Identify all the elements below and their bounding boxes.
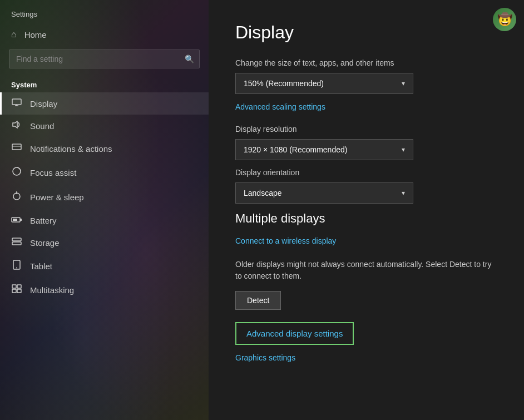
resolution-chevron-icon: ▾ [402, 146, 405, 154]
sidebar-item-storage[interactable]: Storage [0, 231, 209, 254]
multiple-displays-description: Older displays might not always connect … [235, 259, 497, 282]
focus-icon [11, 166, 22, 179]
sidebar-item-battery[interactable]: Battery [0, 209, 209, 231]
orientation-chevron-icon: ▾ [402, 189, 405, 197]
power-label: Power & sleep [30, 192, 84, 202]
scale-dropdown-value: 150% (Recommended) [244, 79, 324, 88]
svg-rect-0 [12, 99, 21, 105]
orientation-dropdown-value: Landscape [244, 189, 282, 197]
storage-label: Storage [30, 238, 60, 248]
system-section-label: System [0, 76, 209, 92]
multitasking-icon [11, 284, 22, 295]
display-label: Display [30, 99, 57, 108]
resolution-dropdown[interactable]: 1920 × 1080 (Recommended) ▾ [235, 139, 413, 160]
sound-icon [11, 121, 22, 131]
sidebar-item-display[interactable]: Display [0, 92, 209, 115]
scale-chevron-icon: ▾ [402, 80, 405, 87]
home-label: Home [24, 30, 47, 39]
svg-rect-17 [17, 285, 21, 288]
notifications-icon [11, 143, 22, 154]
scale-dropdown[interactable]: 150% (Recommended) ▾ [235, 73, 413, 94]
nav-list: Display Sound Notifications & actions [0, 92, 209, 420]
orientation-dropdown[interactable]: Landscape ▾ [235, 182, 413, 204]
multitasking-label: Multitasking [30, 285, 74, 295]
power-icon [11, 191, 22, 203]
resolution-dropdown-value: 1920 × 1080 (Recommended) [244, 145, 347, 154]
svg-point-15 [16, 268, 17, 269]
orientation-label: Display orientation [235, 168, 497, 177]
svg-rect-13 [12, 242, 21, 245]
graphics-settings-link[interactable]: Graphics settings [235, 353, 295, 362]
multiple-displays-title: Multiple displays [235, 211, 497, 226]
svg-rect-16 [12, 285, 16, 288]
display-icon [11, 98, 22, 108]
main-content: 🤠 Display Change the size of text, apps,… [209, 0, 524, 420]
sidebar-item-multitasking[interactable]: Multitasking [0, 278, 209, 302]
app-title: Settings [0, 0, 209, 24]
home-nav-item[interactable]: Home [0, 24, 209, 45]
sidebar-item-power[interactable]: Power & sleep [0, 185, 209, 209]
scale-label: Change the size of text, apps, and other… [235, 58, 497, 67]
battery-icon [11, 215, 22, 225]
wireless-display-link[interactable]: Connect to a wireless display [235, 236, 336, 245]
svg-rect-19 [17, 289, 21, 293]
svg-rect-10 [20, 219, 22, 221]
svg-rect-4 [12, 144, 21, 150]
sidebar-item-notifications[interactable]: Notifications & actions [0, 137, 209, 160]
sidebar-item-sound[interactable]: Sound [0, 115, 209, 137]
sound-label: Sound [30, 121, 54, 131]
focus-label: Focus assist [30, 168, 76, 177]
notifications-label: Notifications & actions [30, 144, 112, 154]
advanced-scaling-link[interactable]: Advanced scaling settings [235, 102, 325, 111]
search-input[interactable] [9, 50, 200, 68]
sidebar: Settings Home 🔍 System Display [0, 0, 209, 420]
sidebar-item-tablet[interactable]: Tablet [0, 254, 209, 278]
svg-rect-12 [12, 238, 21, 241]
resolution-label: Display resolution [235, 125, 497, 134]
tablet-label: Tablet [30, 261, 52, 271]
avatar[interactable]: 🤠 [493, 8, 516, 31]
advanced-display-link[interactable]: Advanced display settings [235, 322, 354, 345]
search-container: 🔍 [9, 50, 200, 68]
battery-label: Battery [30, 216, 57, 225]
storage-icon [11, 238, 22, 248]
home-icon [11, 29, 17, 39]
search-icon: 🔍 [185, 55, 194, 63]
svg-rect-18 [12, 289, 16, 293]
svg-marker-3 [13, 121, 17, 128]
tablet-icon [11, 260, 22, 272]
detect-button[interactable]: Detect [235, 291, 281, 310]
page-title: Display [235, 22, 497, 43]
sidebar-item-focus[interactable]: Focus assist [0, 160, 209, 185]
svg-rect-11 [13, 219, 17, 221]
avatar-area: 🤠 [493, 8, 516, 31]
